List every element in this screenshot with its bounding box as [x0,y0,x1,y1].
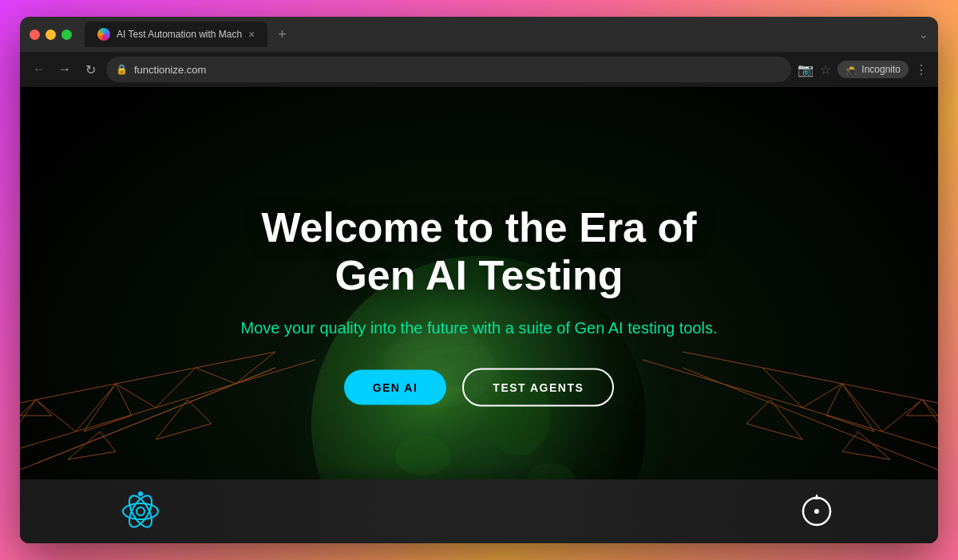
svg-line-30 [762,368,842,384]
forward-button[interactable]: → [55,60,74,79]
left-icon [117,487,165,535]
browser-menu-button[interactable]: ⋮ [915,62,928,77]
traffic-lights [30,30,72,40]
svg-line-32 [882,432,938,455]
tab-bar: AI Test Automation with Mach × + ⌄ [85,22,928,47]
right-icon [793,487,841,535]
svg-point-67 [138,491,143,496]
bottom-strip [20,479,938,543]
svg-line-29 [842,384,922,400]
reload-button[interactable]: ↻ [81,60,100,79]
web-content: Welcome to the Era of Gen AI Testing Mov… [20,87,938,543]
svg-marker-68 [814,494,819,499]
incognito-icon: 🥷 [845,64,857,75]
maximize-button[interactable] [61,30,72,40]
url-bar[interactable]: 🔒 functionize.com [106,57,791,82]
svg-marker-50 [842,432,890,459]
svg-line-4 [20,432,76,455]
svg-point-64 [123,503,158,519]
address-bar: ← → ↻ 🔒 functionize.com 📷 ☆ 🥷 Incognito … [20,52,938,87]
title-bar: AI Test Automation with Mach × + ⌄ [20,17,938,52]
browser-window: AI Test Automation with Mach × + ⌄ ← → ↻… [20,17,938,543]
svg-point-69 [814,509,819,514]
active-tab[interactable]: AI Test Automation with Mach × [85,22,267,47]
svg-line-33 [802,408,882,432]
svg-marker-47 [826,384,874,432]
svg-marker-27 [68,432,116,459]
svg-line-2 [116,368,196,384]
svg-marker-24 [84,384,132,432]
test-agents-button[interactable]: TEST AGENTS [462,368,614,406]
svg-point-63 [137,507,144,515]
tab-chevron-icon[interactable]: ⌄ [919,28,928,41]
back-button[interactable]: ← [30,60,49,79]
address-actions: 📷 ☆ 🥷 Incognito ⋮ [798,61,928,78]
hero-buttons: GEN AI TEST AGENTS [200,368,758,406]
svg-line-1 [36,384,116,400]
hero-content: Welcome to the Era of Gen AI Testing Mov… [200,204,758,407]
gen-ai-button[interactable]: GEN AI [344,369,447,404]
tab-title: AI Test Automation with Mach [117,29,242,40]
tab-favicon [97,28,110,41]
new-tab-button[interactable]: + [271,23,293,45]
minimize-button[interactable] [46,30,56,40]
tab-close-button[interactable]: × [248,28,255,41]
close-button[interactable] [30,30,40,40]
url-text: functionize.com [134,64,206,76]
bookmark-icon[interactable]: ☆ [820,62,831,77]
hero-subtitle: Move your quality into the future with a… [200,315,758,339]
lock-icon: 🔒 [116,64,128,75]
hero-title: Welcome to the Era of Gen AI Testing [200,204,758,300]
incognito-button[interactable]: 🥷 Incognito [837,61,909,78]
svg-line-5 [76,408,156,432]
camera-off-icon[interactable]: 📷 [798,62,814,77]
incognito-label: Incognito [861,64,901,75]
